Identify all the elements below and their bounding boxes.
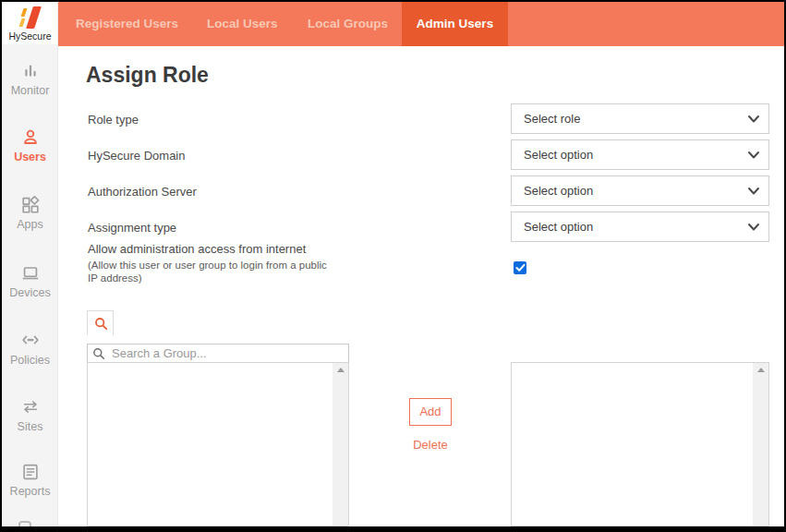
swap-arrows-icon bbox=[2, 397, 58, 417]
internet-access-checkbox[interactable] bbox=[514, 261, 526, 274]
sidebar-item-reports[interactable]: Reports bbox=[2, 462, 58, 498]
person-icon bbox=[2, 127, 58, 148]
available-groups-list[interactable] bbox=[87, 362, 349, 526]
scroll-up-arrow-icon[interactable] bbox=[753, 363, 768, 377]
group-search bbox=[87, 344, 349, 363]
tab-registered-users[interactable]: Registered Users bbox=[76, 2, 178, 46]
scrollbar[interactable] bbox=[333, 363, 348, 526]
logo-shape bbox=[26, 6, 42, 29]
sidebar-item-apps[interactable]: Apps bbox=[2, 195, 58, 231]
hysecure-logo-icon bbox=[18, 6, 43, 30]
chevron-down-icon bbox=[747, 223, 760, 232]
assignment-type-select[interactable]: Select option bbox=[511, 212, 769, 242]
sidebar-item-label: Users bbox=[2, 151, 58, 163]
tab-admin-users[interactable]: Admin Users bbox=[402, 2, 508, 46]
sidebar-item-sites[interactable]: Sites bbox=[2, 397, 58, 433]
role-type-select[interactable]: Select role bbox=[511, 103, 769, 134]
chevron-down-icon bbox=[747, 187, 760, 196]
page-title: Assign Role bbox=[86, 63, 209, 88]
sidebar-item-monitor[interactable]: Monitor bbox=[2, 61, 58, 97]
search-icon bbox=[92, 347, 105, 360]
sidebar-item-label: Monitor bbox=[2, 84, 58, 97]
chevron-down-icon bbox=[747, 115, 760, 124]
apps-grid-icon bbox=[2, 195, 58, 215]
sidebar-item-devices[interactable]: Devices bbox=[2, 263, 58, 299]
logo-shape bbox=[19, 18, 26, 27]
sidebar: HySecure Monitor Users bbox=[2, 2, 58, 526]
bar-chart-icon bbox=[2, 61, 58, 81]
sidebar-item-label: Policies bbox=[2, 354, 58, 367]
checkmark-icon bbox=[515, 263, 526, 272]
assigned-groups-list[interactable] bbox=[511, 362, 769, 526]
tab-local-users[interactable]: Local Users bbox=[207, 2, 278, 46]
laptop-icon bbox=[2, 263, 58, 284]
selected-value: Select option bbox=[524, 184, 593, 198]
group-search-tab[interactable] bbox=[87, 310, 114, 335]
tab-local-groups[interactable]: Local Groups bbox=[308, 2, 388, 46]
sidebar-item-users[interactable]: Users bbox=[2, 127, 58, 163]
field-label-assignment-type: Assignment type bbox=[88, 221, 176, 235]
sidebar-item-label: Reports bbox=[2, 485, 58, 498]
main-content: Assign Role Role type Select role HySecu… bbox=[58, 46, 784, 526]
delete-button[interactable]: Delete bbox=[401, 438, 460, 452]
hysecure-domain-select[interactable]: Select option bbox=[511, 139, 769, 170]
brand-logo[interactable]: HySecure bbox=[2, 2, 58, 44]
search-icon bbox=[94, 317, 108, 331]
logo-shape bbox=[21, 8, 28, 17]
sidebar-item-label: Sites bbox=[2, 420, 58, 433]
report-document-icon bbox=[2, 462, 58, 482]
field-label-authorization-server: Authorization Server bbox=[88, 185, 197, 199]
group-search-input[interactable] bbox=[87, 344, 349, 363]
field-label-hysecure-domain: HySecure Domain bbox=[88, 149, 186, 163]
selected-value: Select option bbox=[524, 148, 593, 162]
topbar-tabs: Registered Users Local Users Local Group… bbox=[58, 2, 784, 46]
internet-access-note-line2: IP address) bbox=[88, 272, 142, 284]
scroll-up-arrow-icon[interactable] bbox=[333, 363, 348, 377]
brand-name: HySecure bbox=[2, 30, 58, 42]
sidebar-item-label: Devices bbox=[2, 286, 58, 299]
code-brackets-dots-icon bbox=[2, 331, 58, 351]
authorization-server-select[interactable]: Select option bbox=[511, 175, 769, 206]
add-button[interactable]: Add bbox=[409, 398, 452, 426]
scrollbar[interactable] bbox=[753, 363, 768, 526]
selected-value: Select role bbox=[524, 112, 580, 126]
page: HySecure Monitor Users bbox=[2, 2, 784, 526]
selected-value: Select option bbox=[524, 220, 593, 234]
app-window: HySecure Monitor Users bbox=[0, 0, 786, 532]
chevron-down-icon bbox=[747, 151, 760, 160]
field-label-role-type: Role type bbox=[88, 113, 139, 127]
internet-access-label: Allow administration access from interne… bbox=[88, 242, 306, 256]
internet-access-note-line1: (Allow this user or user group to login … bbox=[88, 260, 327, 271]
sidebar-item-partial[interactable] bbox=[18, 521, 31, 526]
sidebar-item-policies[interactable]: Policies bbox=[2, 331, 58, 367]
sidebar-item-label: Apps bbox=[2, 218, 58, 231]
